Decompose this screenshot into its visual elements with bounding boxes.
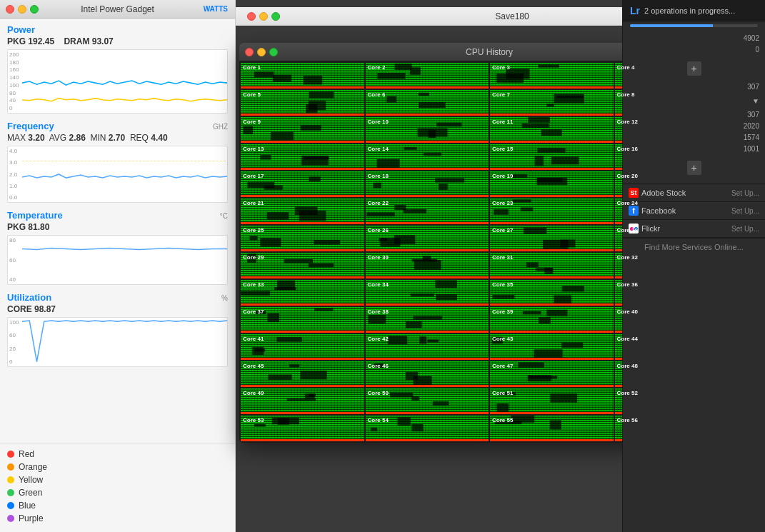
lr-dropdown-area: ▼ [623, 96, 765, 106]
find-more-services-button[interactable]: Find More Services Online... [623, 238, 765, 256]
core-label: Core 42 [368, 336, 389, 342]
svg-rect-16 [419, 102, 446, 108]
blue-dot [7, 502, 14, 509]
core-cell: Core 33 [241, 280, 364, 306]
cpu-maximize[interactable] [269, 48, 278, 56]
lr-ops-label: 2 operations in progress... [644, 6, 735, 15]
core-label: Core 18 [368, 173, 389, 179]
svg-rect-51 [309, 176, 320, 181]
yellow-label: Yellow [19, 475, 43, 485]
photos-minimize[interactable] [259, 12, 268, 21]
core-label: Core 24 [617, 200, 638, 206]
flickr-setup-button[interactable]: Set Up... [731, 225, 759, 233]
lightroom-panel: Lr 2 operations in progress... 4902 0 + … [622, 0, 765, 532]
svg-rect-152 [496, 403, 509, 412]
lr-plus-button-2[interactable]: + [687, 161, 701, 175]
core-label: Core 23 [492, 200, 513, 206]
core-label: Core 47 [492, 363, 513, 369]
core-label: Core 10 [368, 119, 389, 125]
lr-numbers: 4902 0 [623, 30, 765, 59]
temperature-chart: 80 60 40 [7, 235, 228, 285]
core-label: Core 36 [617, 281, 638, 288]
util-chart-svg [22, 318, 227, 367]
pkg-label: PKG [7, 36, 26, 46]
core-cell: Core 50 [366, 388, 489, 414]
svg-rect-26 [244, 126, 254, 134]
core-label: Core 30 [368, 254, 389, 261]
svg-rect-129 [561, 342, 583, 347]
temp-chart-labels: 80 60 40 [9, 236, 16, 284]
svg-rect-137 [413, 376, 431, 386]
svg-rect-161 [411, 424, 423, 431]
svg-rect-74 [314, 240, 340, 244]
cpu-minimize[interactable] [257, 48, 266, 56]
core-label: Core 19 [492, 173, 513, 179]
svg-rect-165 [511, 416, 534, 423]
svg-rect-52 [373, 183, 381, 189]
svg-rect-41 [376, 159, 399, 168]
legend-purple: Purple [7, 513, 228, 523]
svg-rect-141 [529, 376, 558, 379]
svg-rect-146 [287, 398, 316, 401]
core-cell: Core 46 [366, 361, 489, 387]
lr-numbers-3: 307 2020 1574 1001 [623, 106, 765, 158]
core-label: Core 50 [368, 390, 389, 396]
svg-rect-103 [562, 286, 584, 291]
freq-req: 4.40 [151, 133, 167, 143]
cpu-close[interactable] [245, 48, 254, 56]
core-label: Core 49 [243, 390, 264, 396]
svg-rect-101 [410, 293, 434, 296]
temp-pkg-label: PKG [7, 222, 26, 232]
maximize-button[interactable] [30, 5, 39, 14]
core-label: Core 43 [492, 336, 513, 342]
svg-rect-21 [556, 96, 584, 99]
core-cell: Core 45 [241, 361, 364, 387]
core-label: Core 25 [243, 227, 264, 234]
temp-chart-svg [22, 236, 227, 285]
lr-num-307a: 307 [629, 81, 759, 93]
core-label: Core 55 [492, 417, 513, 423]
svg-rect-105 [493, 295, 515, 299]
svg-rect-126 [387, 336, 406, 344]
dram-label: DRAM [64, 36, 89, 46]
lr-num-1001: 1001 [629, 144, 759, 155]
core-label: Core 16 [617, 146, 638, 152]
core-label: Core 27 [492, 227, 513, 234]
lr-logo: Lr [630, 5, 640, 16]
facebook-setup-button[interactable]: Set Up... [731, 207, 759, 215]
core-cell: Core 17 [241, 171, 364, 197]
svg-rect-164 [550, 420, 561, 429]
close-button[interactable] [6, 5, 14, 14]
svg-rect-116 [523, 311, 541, 315]
svg-rect-122 [276, 337, 301, 342]
lr-plus-btn-area: + [623, 59, 765, 79]
minimize-button[interactable] [18, 5, 26, 14]
cpu-history-title: CPU History [466, 47, 513, 57]
core-label: Core 35 [492, 281, 513, 288]
svg-rect-43 [551, 156, 579, 164]
adobe-stock-setup-button[interactable]: Set Up... [731, 189, 759, 197]
photos-maximize[interactable] [271, 12, 280, 21]
cpu-window-controls [245, 48, 278, 56]
core-cell: Core 31 [490, 253, 614, 278]
svg-rect-90 [422, 256, 431, 261]
watts-label: WATTS [204, 5, 228, 13]
temp-pkg-value: 81.80 [28, 222, 49, 232]
photos-close[interactable] [247, 12, 256, 21]
power-values: PKG 192.45 DRAM 93.07 [7, 36, 228, 46]
svg-rect-149 [390, 393, 413, 398]
svg-rect-9 [538, 64, 559, 67]
core-label: Core 38 [368, 308, 389, 315]
svg-rect-63 [299, 211, 326, 221]
svg-rect-18 [386, 96, 396, 103]
core-label: Core 54 [368, 417, 389, 423]
color-legend: Red Orange Yellow Green Blue Purple [0, 443, 235, 532]
lr-plus-button[interactable]: + [687, 61, 701, 76]
orange-dot [7, 463, 14, 471]
svg-rect-100 [435, 280, 456, 288]
svg-rect-109 [314, 308, 333, 311]
core-cell: Core 11 [490, 117, 614, 143]
core-cell: Core 10 [366, 117, 489, 143]
svg-rect-57 [537, 178, 562, 182]
svg-rect-93 [536, 268, 553, 271]
